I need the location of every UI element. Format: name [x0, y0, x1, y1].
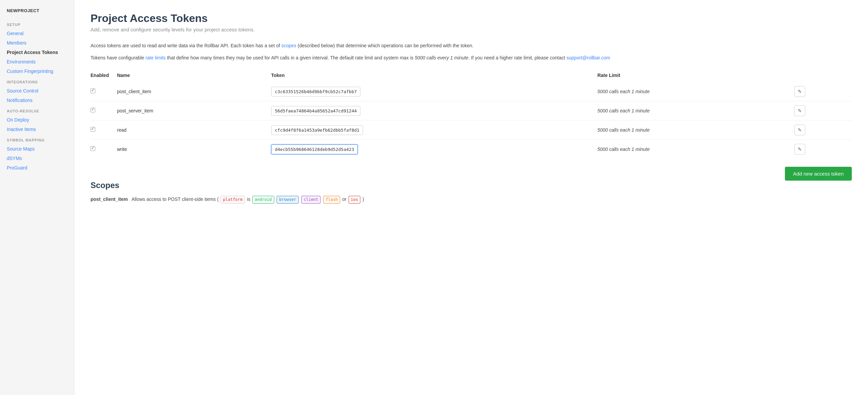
description-1: Access tokens are used to read and write…	[91, 42, 852, 49]
token-name: post_server_item	[113, 101, 267, 120]
token-enabled-cell	[91, 120, 113, 139]
token-value[interactable]: cfc9d4f8f6a1453a9efb62dbb5faf8d1	[271, 125, 363, 135]
scope-tag-client: client	[301, 196, 321, 204]
page-title: Project Access Tokens	[91, 12, 852, 25]
scope-tag-android: android	[252, 196, 274, 204]
sidebar-item-source-maps[interactable]: Source Maps	[0, 144, 74, 154]
sidebar-item-environments[interactable]: Environments	[0, 57, 74, 67]
token-enabled-cell	[91, 101, 113, 120]
token-rate-limit: 5000 calls each 1 minute	[593, 101, 790, 120]
sidebar-item-dsyms[interactable]: dSYMs	[0, 154, 74, 163]
scope-tag-platform: platform	[221, 196, 245, 204]
scope-tag-flash: flash	[323, 196, 340, 204]
table-row: read cfc9d4f8f6a1453a9efb62dbb5faf8d1 50…	[91, 120, 852, 139]
token-value-cell: d4ecb55b968646128deb9d52d5a423	[267, 139, 593, 159]
scope-tag-ios: ios	[349, 196, 361, 204]
col-header-rate-limit: Rate Limit	[593, 70, 790, 82]
sidebar-item-project-access-tokens[interactable]: Project Access Tokens	[0, 48, 74, 57]
enabled-checkbox[interactable]	[91, 146, 95, 151]
token-name: post_client_item	[113, 82, 267, 101]
edit-token-button[interactable]: ✎	[794, 105, 805, 116]
token-enabled-cell	[91, 139, 113, 159]
sidebar-item-inactive-items[interactable]: Inactive Items	[0, 125, 74, 134]
sidebar-section-auto-resolve: AUTO-RESOLVE	[0, 105, 74, 115]
token-name: write	[113, 139, 267, 159]
scope-tag-browser: browser	[277, 196, 299, 204]
sidebar: NEWPROJECT SETUP General Members Project…	[0, 0, 74, 395]
token-value[interactable]: 56d5faea74864b4a85652a47cd91244	[271, 106, 361, 116]
scope-item: post_client_item Allows access to POST c…	[91, 195, 852, 204]
enabled-checkbox[interactable]	[91, 88, 95, 93]
token-value[interactable]: c3c63351526b46d9bbf9cb52c7afbb7	[271, 87, 361, 97]
edit-token-button[interactable]: ✎	[794, 144, 805, 155]
edit-token-button[interactable]: ✎	[794, 86, 805, 97]
sidebar-item-general[interactable]: General	[0, 29, 74, 38]
sidebar-section-integrations: INTEGRATIONS	[0, 76, 74, 86]
token-value-cell: c3c63351526b46d9bbf9cb52c7afbb7	[267, 82, 593, 101]
token-rate-limit: 5000 calls each 1 minute	[593, 120, 790, 139]
token-actions: ✎	[790, 82, 852, 101]
support-email-link[interactable]: support@rollbar.com	[566, 55, 610, 60]
sidebar-section-setup: SETUP	[0, 19, 74, 29]
scopes-title: Scopes	[91, 181, 852, 190]
col-header-name: Name	[113, 70, 267, 82]
sidebar-item-custom-fingerprinting[interactable]: Custom Fingerprinting	[0, 67, 74, 76]
sidebar-project-name: NEWPROJECT	[0, 8, 74, 19]
rate-limits-link[interactable]: rate limits	[146, 55, 166, 60]
token-name: read	[113, 120, 267, 139]
page-subtitle: Add, remove and configure security level…	[91, 27, 852, 32]
token-value-cell: cfc9d4f8f6a1453a9efb62dbb5faf8d1	[267, 120, 593, 139]
edit-token-button[interactable]: ✎	[794, 125, 805, 135]
main-content: Project Access Tokens Add, remove and co…	[74, 0, 868, 395]
table-row: post_server_item 56d5faea74864b4a85652a4…	[91, 101, 852, 120]
token-rate-limit: 5000 calls each 1 minute	[593, 82, 790, 101]
token-actions: ✎	[790, 120, 852, 139]
token-rate-limit: 5000 calls each 1 minute	[593, 139, 790, 159]
enabled-checkbox[interactable]	[91, 127, 95, 132]
description-2: Tokens have configurable rate limits tha…	[91, 54, 852, 61]
sidebar-item-notifications[interactable]: Notifications	[0, 96, 74, 105]
token-value[interactable]: d4ecb55b968646128deb9d52d5a423	[271, 144, 358, 154]
token-actions: ✎	[790, 101, 852, 120]
col-header-token: Token	[267, 70, 593, 82]
scope-name: post_client_item	[91, 196, 128, 202]
sidebar-item-on-deploy[interactable]: On Deploy	[0, 115, 74, 125]
token-value-cell: 56d5faea74864b4a85652a47cd91244	[267, 101, 593, 120]
token-actions: ✎	[790, 139, 852, 159]
add-new-access-token-button[interactable]: Add new access token	[785, 167, 852, 181]
scopes-link[interactable]: scopes	[281, 43, 296, 48]
sidebar-item-source-control[interactable]: Source Control	[0, 86, 74, 96]
token-table: Enabled Name Token Rate Limit post_clien…	[91, 70, 852, 159]
col-header-actions	[790, 70, 852, 82]
sidebar-item-members[interactable]: Members	[0, 38, 74, 48]
sidebar-item-proguard[interactable]: ProGuard	[0, 163, 74, 173]
col-header-enabled: Enabled	[91, 70, 113, 82]
enabled-checkbox[interactable]	[91, 108, 95, 112]
token-enabled-cell	[91, 82, 113, 101]
sidebar-section-symbol-mapping: SYMBOL MAPPING	[0, 134, 74, 144]
table-row: write d4ecb55b968646128deb9d52d5a423 500…	[91, 139, 852, 159]
table-row: post_client_item c3c63351526b46d9bbf9cb5…	[91, 82, 852, 101]
scopes-section: Scopes post_client_item Allows access to…	[91, 181, 852, 204]
